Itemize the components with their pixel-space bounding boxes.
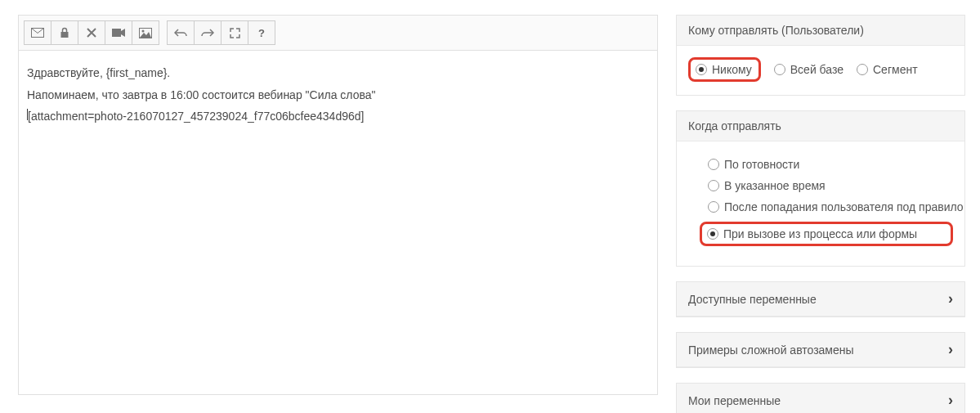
editor: ? Здравствуйте, {first_name}. Напоминаем… [18, 15, 658, 395]
radio-when-scheduled[interactable]: В указанное время [708, 179, 953, 192]
radio-label: Всей базе [790, 63, 844, 76]
close-icon[interactable] [78, 20, 105, 45]
radio-recipients-all[interactable]: Всей базе [774, 63, 844, 76]
panel-title: Кому отправлять (Пользователи) [677, 16, 964, 46]
chevron-right-icon: › [948, 341, 953, 358]
video-icon[interactable] [105, 20, 132, 45]
undo-icon[interactable] [167, 20, 195, 45]
editor-line: [attachment=photo-216070127_457239024_f7… [27, 105, 649, 128]
email-icon[interactable] [24, 20, 51, 45]
radio-label: Никому [712, 63, 752, 76]
editor-line: Напоминаем, что завтра в 16:00 состоится… [27, 84, 649, 106]
editor-toolbar: ? [19, 16, 657, 51]
radio-label: В указанное время [724, 179, 826, 192]
image-icon[interactable] [132, 20, 159, 45]
panel-title: Доступные переменные [688, 293, 817, 306]
svg-point-4 [142, 29, 145, 32]
available-vars-panel[interactable]: Доступные переменные › [676, 281, 965, 317]
recipients-panel: Кому отправлять (Пользователи) Никому Вс… [676, 15, 965, 96]
radio-recipients-none[interactable]: Никому [696, 63, 752, 76]
radio-recipients-segment[interactable]: Сегмент [857, 63, 918, 76]
radio-label: По готовности [724, 158, 799, 171]
radio-label: При вызове из процесса или формы [723, 227, 917, 240]
radio-when-ready[interactable]: По готовности [708, 158, 953, 171]
autoreplace-examples-panel[interactable]: Примеры сложной автозамены › [676, 332, 965, 368]
chevron-right-icon: › [948, 392, 953, 409]
my-vars-panel[interactable]: Мои переменные › [676, 383, 965, 413]
chevron-right-icon: › [948, 290, 953, 308]
svg-rect-1 [61, 32, 69, 38]
panel-title: Когда отправлять [677, 111, 964, 141]
radio-when-process[interactable]: При вызове из процесса или формы [707, 227, 917, 240]
when-panel: Когда отправлять По готовности В указанн… [676, 110, 965, 267]
editor-textarea[interactable]: Здравствуйте, {first_name}. Напоминаем, … [19, 51, 657, 394]
radio-when-rule[interactable]: После попадания пользователя под правило [708, 200, 953, 213]
radio-label: После попадания пользователя под правило [724, 200, 964, 213]
svg-rect-2 [112, 29, 121, 37]
radio-label: Сегмент [873, 63, 918, 76]
redo-icon[interactable] [194, 20, 222, 45]
panel-title: Мои переменные [688, 394, 781, 407]
panel-title: Примеры сложной автозамены [688, 343, 854, 357]
expand-icon[interactable] [221, 20, 248, 45]
editor-line: Здравствуйте, {first_name}. [27, 62, 649, 84]
lock-icon[interactable] [51, 20, 78, 45]
help-icon[interactable]: ? [248, 20, 275, 45]
